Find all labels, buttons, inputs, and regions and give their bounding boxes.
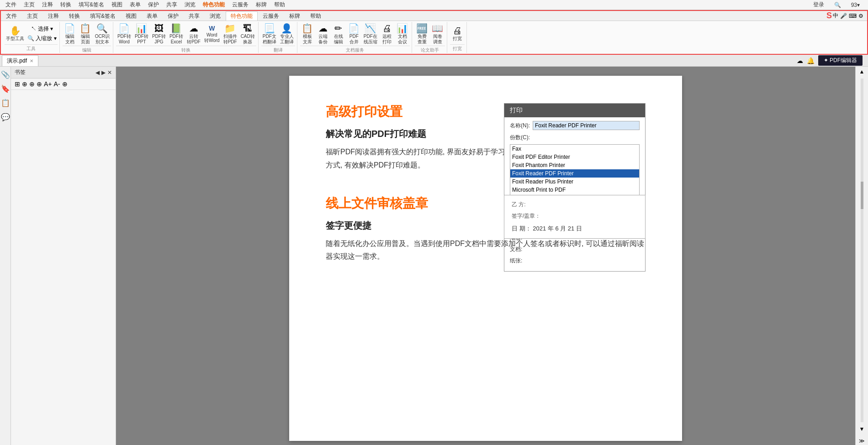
- template-lib-btn[interactable]: 📋 模板文库: [300, 23, 315, 46]
- tab-help[interactable]: 帮助: [305, 11, 326, 21]
- bookmark-add2-icon[interactable]: ⊕: [29, 80, 35, 88]
- cloud-backup-btn[interactable]: ☁ 云端备份: [316, 23, 330, 46]
- tab-signboard[interactable]: 标牌: [284, 11, 305, 21]
- select-icon: ↖ 选择 ▾: [31, 25, 53, 33]
- ocr-icon: 🔍: [96, 24, 108, 33]
- printer-foxit-reader[interactable]: Foxit Reader PDF Printer: [510, 169, 639, 178]
- printer-foxit-phantom[interactable]: Foxit Phantom Printer: [510, 161, 639, 169]
- printer-fax[interactable]: Fax: [510, 145, 639, 153]
- expand-icon[interactable]: ≫: [859, 438, 865, 444]
- sidebar-nav-prev[interactable]: ◀: [95, 69, 100, 76]
- doc-meeting-btn[interactable]: 📊 文档会议: [395, 23, 410, 46]
- tab-form[interactable]: 表单: [142, 11, 163, 21]
- sidebar-icon-4[interactable]: 💬: [1, 113, 10, 121]
- bookmark-add3-icon[interactable]: ⊕: [37, 80, 42, 88]
- bookmark-settings-icon[interactable]: ⊕: [62, 80, 68, 88]
- menu-convert[interactable]: 转换: [57, 0, 75, 10]
- edit-doc-btn[interactable]: 📄 编辑文档: [63, 23, 77, 46]
- menu-features[interactable]: 特色功能: [199, 0, 228, 10]
- pdf-translate-btn[interactable]: 📃 PDF文档翻译: [261, 23, 278, 46]
- pdf-to-ppt-btn[interactable]: 📊 PDF转PPT: [133, 23, 150, 46]
- pdf-to-word-btn[interactable]: 📄 PDF转Word: [116, 23, 132, 46]
- free-check-icon: 🆓: [416, 24, 428, 33]
- convert-group-label: 转换: [116, 46, 256, 53]
- cloud-convert-btn[interactable]: ☁ 云转转PDF: [185, 23, 202, 46]
- printer-foxit-editor[interactable]: Foxit PDF Editor Printer: [510, 153, 639, 161]
- sidebar-title: 书签: [15, 68, 26, 76]
- sig-date-value: 2021 年 6 月 21 日: [533, 225, 582, 232]
- menu-browse[interactable]: 浏览: [181, 0, 199, 10]
- tab-share[interactable]: 共享: [184, 11, 205, 21]
- print-wide-btn[interactable]: 🖨 打宽: [450, 25, 465, 42]
- zoom-btn[interactable]: 🔍 入缩放 ▾: [26, 34, 58, 43]
- search-btn[interactable]: 🔍: [831, 1, 845, 9]
- tab-convert[interactable]: 转换: [64, 11, 85, 21]
- free-check-btn[interactable]: 🆓 免费查重: [415, 23, 429, 46]
- survey-btn[interactable]: 📖 阅卷调查: [430, 23, 445, 46]
- printer-foxit-plus[interactable]: Foxit Reader Plus Printer: [510, 178, 639, 186]
- print-icon: 🖨: [453, 26, 462, 35]
- file-tab[interactable]: 演示.pdf ✕: [2, 55, 38, 66]
- content-area[interactable]: 高级打印设置 解决常见的PDF打印难题 福昕PDF阅读器拥有强大的打印功能, 界…: [116, 67, 855, 445]
- settings-icon[interactable]: ⚙: [858, 13, 863, 19]
- menu-file[interactable]: 文件: [2, 0, 20, 10]
- ribbon-group-edit: 📄 编辑文档 📋 编辑页面 🔍 OCR识别文本 编辑: [61, 22, 113, 53]
- tab-view[interactable]: 视图: [121, 11, 142, 21]
- menu-protect[interactable]: 保护: [144, 0, 163, 10]
- tab-annotate[interactable]: 注释: [43, 11, 64, 21]
- sidebar-icon-1[interactable]: 📎: [1, 70, 10, 79]
- menu-cloud[interactable]: 云服务: [228, 0, 252, 10]
- menu-sign-board[interactable]: 标牌: [252, 0, 270, 10]
- tab-features[interactable]: 特色功能: [226, 11, 258, 21]
- human-translate-icon: 👤: [281, 24, 292, 33]
- font-decrease-icon[interactable]: A-: [54, 80, 60, 88]
- tab-fill-sign[interactable]: 填写&签名: [85, 11, 121, 21]
- pdf-to-jpg-btn[interactable]: 🖼 PDF转JPG: [151, 23, 167, 46]
- pdf-editor-btn[interactable]: ✦ PDF编辑器: [818, 55, 863, 66]
- ocr-btn[interactable]: 🔍 OCR识别文本: [94, 23, 111, 46]
- menu-annotate[interactable]: 注释: [38, 0, 57, 10]
- menu-form[interactable]: 表单: [126, 0, 144, 10]
- print-copies-label: 份数(C):: [510, 133, 533, 141]
- remote-print-icon: 🖨: [382, 24, 392, 33]
- human-translate-btn[interactable]: 👤 专业人工翻译: [279, 23, 295, 46]
- scan-to-pdf-btn[interactable]: 📁 扫描件转PDF: [222, 23, 238, 46]
- login-btn[interactable]: 登录: [810, 0, 828, 10]
- scroll-up-btn[interactable]: ▲: [859, 68, 865, 75]
- font-increase-icon[interactable]: A+: [44, 80, 52, 88]
- menu-fill-sign[interactable]: 填写&签名: [75, 0, 108, 10]
- bookmark-add-icon[interactable]: ⊕: [22, 80, 27, 88]
- bookmark-grid-icon[interactable]: ⊞: [15, 80, 20, 88]
- select-btn[interactable]: ↖ 选择 ▾: [26, 25, 58, 33]
- remote-print-btn[interactable]: 🖨 远程打印: [380, 23, 394, 46]
- menu-home[interactable]: 主页: [20, 0, 38, 10]
- sogou-icon: S: [826, 11, 832, 21]
- menu-view[interactable]: 视图: [108, 0, 126, 10]
- scroll-down-btn[interactable]: ▼: [859, 426, 865, 432]
- sidebar-icon-3[interactable]: 📋: [1, 99, 10, 107]
- tab-protect[interactable]: 保护: [163, 11, 184, 21]
- tab-cloud[interactable]: 云服务: [258, 11, 284, 21]
- menu-help[interactable]: 帮助: [270, 0, 289, 10]
- tab-file[interactable]: 文件: [1, 11, 22, 21]
- pdf-to-excel-btn[interactable]: 📗 PDF转Excel: [168, 23, 185, 46]
- tab-close-btn[interactable]: ✕: [30, 58, 33, 63]
- print-name-input[interactable]: Foxit Reader PDF Printer: [533, 121, 640, 130]
- online-edit-btn[interactable]: ✏ 在线编辑: [331, 23, 346, 46]
- menu-share[interactable]: 共享: [163, 0, 181, 10]
- word-to-word-btn[interactable]: W Word转Word: [203, 24, 221, 44]
- doc-meeting-icon: 📊: [397, 24, 408, 33]
- tab-home[interactable]: 主页: [22, 11, 43, 21]
- sidebar-icon-2[interactable]: 🔖: [1, 84, 10, 93]
- pdf-merge-btn[interactable]: 📄 PDF合并: [347, 23, 361, 46]
- sidebar-nav-next[interactable]: ▶: [101, 69, 106, 76]
- sidebar-close[interactable]: ✕: [107, 69, 112, 76]
- sig-party-label: 乙 方:: [512, 201, 638, 209]
- pdf-compress-btn[interactable]: 📉 PDF在线压缩: [362, 23, 379, 46]
- cad-convert-btn[interactable]: 🏗 CAD转换器: [239, 23, 256, 46]
- edit-page-btn[interactable]: 📋 编辑页面: [78, 23, 93, 46]
- printer-ms-pdf[interactable]: Microsoft Print to PDF: [510, 186, 639, 194]
- tab-browse[interactable]: 浏览: [205, 11, 226, 21]
- pdf-word-icon: 📄: [118, 24, 130, 33]
- hand-tool-btn[interactable]: ✋ 手型工具: [5, 25, 26, 42]
